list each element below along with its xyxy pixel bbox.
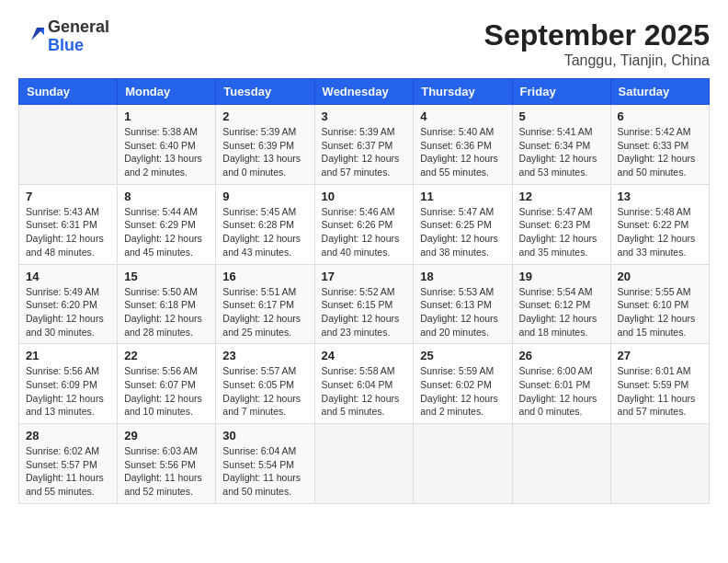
day-info: Sunrise: 5:44 AM Sunset: 6:29 PM Dayligh…	[124, 205, 209, 259]
day-cell: 27Sunrise: 6:01 AM Sunset: 5:59 PM Dayli…	[610, 344, 709, 424]
day-info: Sunrise: 5:56 AM Sunset: 6:09 PM Dayligh…	[26, 364, 110, 419]
day-cell	[610, 424, 709, 504]
day-cell: 16Sunrise: 5:51 AM Sunset: 6:17 PM Dayli…	[216, 264, 314, 344]
day-number: 14	[26, 270, 110, 283]
week-row-4: 21Sunrise: 5:56 AM Sunset: 6:09 PM Dayli…	[19, 344, 710, 424]
day-number: 4	[420, 109, 505, 123]
weekday-header-wednesday: Wednesday	[314, 79, 414, 105]
week-row-5: 28Sunrise: 6:02 AM Sunset: 5:57 PM Dayli…	[19, 424, 710, 504]
day-number: 5	[519, 109, 604, 123]
weekday-header-thursday: Thursday	[414, 79, 512, 105]
day-number: 28	[26, 429, 110, 442]
day-info: Sunrise: 5:55 AM Sunset: 6:10 PM Dayligh…	[618, 285, 702, 339]
day-cell: 22Sunrise: 5:56 AM Sunset: 6:07 PM Dayli…	[118, 344, 216, 424]
week-row-2: 7Sunrise: 5:43 AM Sunset: 6:31 PM Daylig…	[19, 184, 710, 264]
day-cell: 10Sunrise: 5:46 AM Sunset: 6:26 PM Dayli…	[314, 184, 414, 264]
day-cell: 26Sunrise: 6:00 AM Sunset: 6:01 PM Dayli…	[512, 344, 610, 424]
day-info: Sunrise: 5:48 AM Sunset: 6:22 PM Dayligh…	[618, 205, 702, 259]
day-cell: 5Sunrise: 5:41 AM Sunset: 6:34 PM Daylig…	[512, 105, 610, 185]
day-number: 16	[222, 270, 307, 283]
logo-blue-text: Blue	[48, 36, 84, 54]
day-info: Sunrise: 5:46 AM Sunset: 6:26 PM Dayligh…	[322, 205, 407, 259]
day-cell: 19Sunrise: 5:54 AM Sunset: 6:12 PM Dayli…	[512, 264, 610, 344]
day-cell: 24Sunrise: 5:58 AM Sunset: 6:04 PM Dayli…	[314, 344, 414, 424]
day-info: Sunrise: 5:54 AM Sunset: 6:12 PM Dayligh…	[519, 285, 604, 339]
day-cell: 9Sunrise: 5:45 AM Sunset: 6:28 PM Daylig…	[216, 184, 314, 264]
weekday-header-row: SundayMondayTuesdayWednesdayThursdayFrid…	[19, 79, 710, 105]
day-number: 3	[322, 109, 407, 123]
day-info: Sunrise: 5:47 AM Sunset: 6:23 PM Dayligh…	[519, 205, 604, 259]
weekday-header-monday: Monday	[118, 79, 216, 105]
day-cell: 28Sunrise: 6:02 AM Sunset: 5:57 PM Dayli…	[19, 424, 118, 504]
day-cell: 18Sunrise: 5:53 AM Sunset: 6:13 PM Dayli…	[414, 264, 512, 344]
day-cell: 15Sunrise: 5:50 AM Sunset: 6:18 PM Dayli…	[118, 264, 216, 344]
month-title: September 2025	[484, 18, 710, 52]
weekday-header-tuesday: Tuesday	[216, 79, 314, 105]
day-cell: 14Sunrise: 5:49 AM Sunset: 6:20 PM Dayli…	[19, 264, 118, 344]
calendar-table: SundayMondayTuesdayWednesdayThursdayFrid…	[18, 78, 710, 504]
day-info: Sunrise: 6:01 AM Sunset: 5:59 PM Dayligh…	[618, 364, 702, 419]
day-info: Sunrise: 5:45 AM Sunset: 6:28 PM Dayligh…	[222, 205, 307, 259]
logo-general-text: General	[48, 17, 109, 36]
day-number: 1	[124, 109, 209, 123]
weekday-header-friday: Friday	[512, 79, 610, 105]
day-number: 20	[618, 270, 702, 283]
day-info: Sunrise: 5:40 AM Sunset: 6:36 PM Dayligh…	[420, 125, 505, 179]
day-cell: 7Sunrise: 5:43 AM Sunset: 6:31 PM Daylig…	[19, 184, 118, 264]
day-cell	[414, 424, 512, 504]
day-cell: 13Sunrise: 5:48 AM Sunset: 6:22 PM Dayli…	[610, 184, 709, 264]
weekday-header-saturday: Saturday	[610, 79, 709, 105]
day-info: Sunrise: 6:00 AM Sunset: 6:01 PM Dayligh…	[519, 364, 604, 419]
day-cell	[19, 105, 118, 185]
day-number: 26	[519, 349, 604, 362]
day-cell: 20Sunrise: 5:55 AM Sunset: 6:10 PM Dayli…	[610, 264, 709, 344]
day-number: 15	[124, 270, 209, 283]
day-info: Sunrise: 5:39 AM Sunset: 6:37 PM Dayligh…	[322, 125, 407, 179]
day-number: 29	[124, 429, 209, 442]
logo: General Blue	[18, 18, 109, 55]
day-info: Sunrise: 5:51 AM Sunset: 6:17 PM Dayligh…	[222, 285, 307, 339]
logo-icon	[18, 24, 44, 50]
location: Tanggu, Tianjin, China	[484, 52, 710, 69]
day-cell: 2Sunrise: 5:39 AM Sunset: 6:39 PM Daylig…	[216, 105, 314, 185]
day-info: Sunrise: 5:38 AM Sunset: 6:40 PM Dayligh…	[124, 125, 209, 179]
day-cell: 1Sunrise: 5:38 AM Sunset: 6:40 PM Daylig…	[118, 105, 216, 185]
day-cell: 4Sunrise: 5:40 AM Sunset: 6:36 PM Daylig…	[414, 105, 512, 185]
day-cell: 25Sunrise: 5:59 AM Sunset: 6:02 PM Dayli…	[414, 344, 512, 424]
day-info: Sunrise: 5:53 AM Sunset: 6:13 PM Dayligh…	[420, 285, 505, 339]
day-info: Sunrise: 5:39 AM Sunset: 6:39 PM Dayligh…	[222, 125, 307, 179]
day-info: Sunrise: 5:57 AM Sunset: 6:05 PM Dayligh…	[222, 364, 307, 419]
day-number: 11	[420, 190, 505, 203]
week-row-1: 1Sunrise: 5:38 AM Sunset: 6:40 PM Daylig…	[19, 105, 710, 185]
day-info: Sunrise: 5:47 AM Sunset: 6:25 PM Dayligh…	[420, 205, 505, 259]
day-cell: 29Sunrise: 6:03 AM Sunset: 5:56 PM Dayli…	[118, 424, 216, 504]
day-number: 27	[618, 349, 702, 362]
day-number: 6	[618, 109, 702, 123]
day-cell	[512, 424, 610, 504]
day-number: 25	[420, 349, 505, 362]
day-cell: 12Sunrise: 5:47 AM Sunset: 6:23 PM Dayli…	[512, 184, 610, 264]
day-info: Sunrise: 5:52 AM Sunset: 6:15 PM Dayligh…	[322, 285, 407, 339]
day-cell: 3Sunrise: 5:39 AM Sunset: 6:37 PM Daylig…	[314, 105, 414, 185]
day-cell: 6Sunrise: 5:42 AM Sunset: 6:33 PM Daylig…	[610, 105, 709, 185]
day-number: 24	[322, 349, 407, 362]
day-number: 7	[26, 190, 110, 203]
day-number: 12	[519, 190, 604, 203]
day-info: Sunrise: 6:02 AM Sunset: 5:57 PM Dayligh…	[26, 444, 110, 499]
day-info: Sunrise: 5:58 AM Sunset: 6:04 PM Dayligh…	[322, 364, 407, 419]
day-info: Sunrise: 6:04 AM Sunset: 5:54 PM Dayligh…	[222, 444, 307, 499]
day-cell: 17Sunrise: 5:52 AM Sunset: 6:15 PM Dayli…	[314, 264, 414, 344]
day-cell	[314, 424, 414, 504]
day-number: 22	[124, 349, 209, 362]
title-block: September 2025 Tanggu, Tianjin, China	[484, 18, 710, 69]
day-info: Sunrise: 5:43 AM Sunset: 6:31 PM Dayligh…	[26, 205, 110, 259]
day-info: Sunrise: 5:56 AM Sunset: 6:07 PM Dayligh…	[124, 364, 209, 419]
day-cell: 11Sunrise: 5:47 AM Sunset: 6:25 PM Dayli…	[414, 184, 512, 264]
day-cell: 30Sunrise: 6:04 AM Sunset: 5:54 PM Dayli…	[216, 424, 314, 504]
day-cell: 23Sunrise: 5:57 AM Sunset: 6:05 PM Dayli…	[216, 344, 314, 424]
day-number: 30	[222, 429, 307, 442]
day-info: Sunrise: 5:41 AM Sunset: 6:34 PM Dayligh…	[519, 125, 604, 179]
day-number: 17	[322, 270, 407, 283]
day-number: 2	[222, 109, 307, 123]
day-info: Sunrise: 5:50 AM Sunset: 6:18 PM Dayligh…	[124, 285, 209, 339]
